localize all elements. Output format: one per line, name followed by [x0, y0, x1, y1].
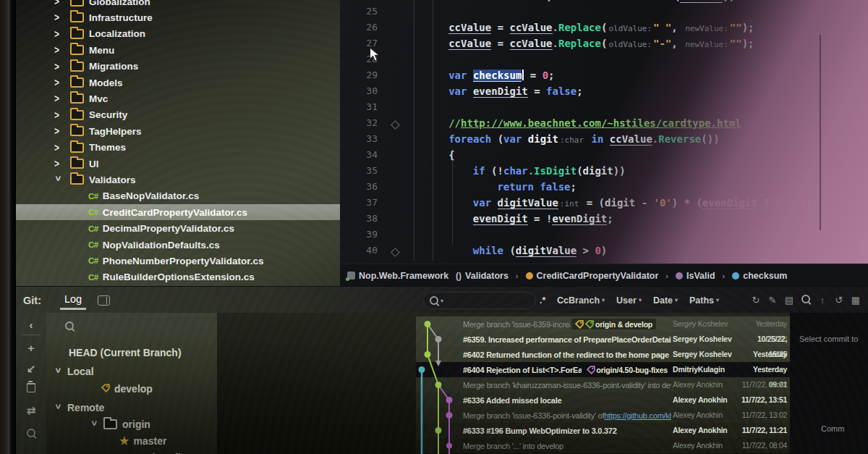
log-row[interactable]: #6359. Increased performance of PrepareP… [416, 332, 790, 347]
tree-row[interactable]: >Menu [16, 42, 340, 58]
chevron-right-icon[interactable]: > [54, 125, 61, 137]
breadcrumb-item[interactable]: IsValid [676, 271, 715, 281]
tree-row[interactable]: >Mvc [16, 91, 340, 106]
tree-row[interactable]: >Migrations [16, 59, 340, 75]
code-line[interactable]: 37var digitValue:int = (digit - '0') * (… [340, 197, 868, 213]
tree-row[interactable]: >Themes [16, 140, 340, 156]
tree-row[interactable]: C#DecimalPropertyValidator.cs [16, 221, 340, 237]
chevron-right-icon[interactable]: > [54, 44, 61, 56]
branch-row[interactable]: ★master [46, 433, 217, 449]
tree-row[interactable]: C#PhoneNumberPropertyValidator.cs [16, 253, 340, 269]
breadcrumb-item[interactable]: CreditCardPropertyValidator [526, 271, 659, 281]
filter-date[interactable]: Date▾ [653, 295, 678, 306]
branch-row[interactable]: >Local [46, 363, 217, 379]
log-row[interactable]: #6336 Added missed localeAlexey Anokhin1… [416, 392, 790, 408]
search-icon[interactable] [800, 295, 812, 306]
tree-row[interactable]: >Localization [16, 26, 340, 42]
branch-search-icon[interactable] [65, 321, 74, 330]
filter-user[interactable]: User▾ [616, 295, 642, 306]
tree-row[interactable]: >Models [16, 75, 340, 91]
chevron-right-icon[interactable]: > [54, 61, 61, 72]
collapse-branches-icon[interactable]: ⇄ [16, 404, 46, 417]
code-line[interactable]: 31 [340, 101, 868, 117]
tab-log[interactable]: Log [60, 293, 86, 307]
chevron-right-icon[interactable]: > [54, 93, 61, 104]
chevron-right-icon[interactable]: > [54, 12, 61, 23]
filter-branch[interactable]: Branch▾ [569, 295, 605, 306]
chevron-down-icon[interactable]: > [53, 404, 63, 411]
code-line[interactable]: 35if (!char.IsDigit(digit)) [340, 165, 868, 181]
branch-row[interactable]: >Remote [46, 400, 217, 416]
code-line[interactable]: 29var checksum = 0; [340, 70, 868, 85]
code-text: while (digitValue > 0) [473, 245, 607, 256]
commit-link[interactable]: https://github.com/khairuzzaman/ [604, 411, 671, 420]
chevron-down-icon[interactable]: > [53, 368, 63, 375]
chevron-down-icon[interactable]: > [89, 421, 99, 428]
code-line[interactable]: 33foreach (var digit:char in ccValue.Rev… [340, 133, 868, 149]
tree-row[interactable]: >Security [16, 107, 340, 123]
tree-row[interactable]: C#RuleBuilderOptionsExtension.cs [16, 269, 340, 285]
branch-row[interactable]: ⇅4.30-bug-fixes [46, 450, 217, 454]
chevron-right-icon[interactable]: > [54, 158, 61, 169]
code-line[interactable]: 38evenDigit = !evenDigit; [340, 213, 868, 229]
code-line[interactable]: 32//http://www.beachnet.com/~hstiles/car… [340, 117, 868, 133]
code-editor[interactable]: return false;(ccValue))2526ccValue = ccV… [340, 0, 868, 264]
breadcrumb-item[interactable]: ()Validators [456, 271, 509, 281]
tree-row[interactable]: >Validators [16, 172, 340, 188]
chevron-right-icon[interactable]: > [54, 77, 61, 88]
branch-row[interactable]: develop [46, 381, 217, 397]
code-line[interactable]: 34{ [340, 149, 868, 165]
code-line[interactable]: 39 [340, 229, 868, 245]
code-line[interactable]: 25 [340, 6, 868, 22]
find-icon[interactable] [16, 427, 46, 440]
tree-row[interactable]: >TagHelpers [16, 123, 340, 139]
log-search-input[interactable]: ▾ [423, 292, 536, 309]
chevron-right-icon[interactable]: > [54, 142, 61, 154]
collapse-all-icon[interactable]: ▤ [783, 295, 795, 306]
code-line[interactable]: 36return false; [340, 181, 868, 197]
log-row[interactable]: Merge branch '...' into developAlexey An… [416, 438, 790, 453]
code-line[interactable]: 28 [340, 54, 868, 70]
rollback-icon[interactable]: ↺ [833, 295, 845, 306]
navigate-up-icon[interactable]: ↑ [817, 295, 828, 306]
paintbrush-icon[interactable]: ✎ [767, 295, 778, 306]
tree-row[interactable]: >Globalization [16, 0, 340, 9]
commit-date: 11/7/22, 13:51 [739, 392, 787, 408]
log-row[interactable]: #6333 #196 Bump WebOptimizer to 3.0.372A… [416, 423, 790, 438]
branch-row[interactable]: HEAD (Current Branch) [46, 345, 217, 361]
log-row[interactable]: #6404 Rejection of List<T>.ForEach due t… [416, 362, 790, 377]
filter-paths[interactable]: Paths▾ [689, 295, 719, 306]
code-line[interactable]: 27ccValue = ccValue.Replace(oldValue:"-"… [340, 38, 868, 54]
tree-row[interactable]: C#BaseNopValidator.cs [16, 188, 340, 204]
line-number: 30 [340, 85, 378, 96]
chevron-right-icon[interactable]: > [54, 0, 61, 7]
log-row[interactable]: #6402 Returned function of the redirect … [416, 347, 790, 362]
pull-icon[interactable]: ↙ [16, 362, 46, 375]
refresh-icon[interactable]: ↻ [750, 295, 762, 306]
breadcrumb-item[interactable]: Nop.Web.Framework [347, 271, 448, 281]
tree-row[interactable]: C#CreditCardPropertyValidator.cs [16, 204, 340, 220]
chevron-down-icon[interactable]: > [53, 176, 63, 183]
tree-row[interactable]: >Infrastructure [16, 9, 340, 25]
delete-icon[interactable] [16, 382, 46, 395]
details-pane-icon[interactable] [98, 295, 110, 306]
collapse-panel-icon[interactable]: ‹ [16, 319, 46, 331]
code-line[interactable]: 40while (digitValue > 0) [340, 245, 868, 261]
log-row[interactable]: Merge branch 'issue-6359-increase-perfor… [416, 316, 790, 332]
branch-row[interactable]: >origin [46, 416, 217, 432]
tree-row[interactable]: >UI [16, 156, 340, 172]
chevron-right-icon[interactable]: > [54, 109, 61, 121]
breadcrumb-item[interactable]: checksum [732, 271, 787, 281]
details-view-icon[interactable]: ▦ [850, 295, 861, 306]
chevron-right-icon[interactable]: > [54, 28, 61, 40]
code-line[interactable]: 26ccValue = ccValue.Replace(oldValue:" "… [340, 22, 868, 38]
log-row[interactable]: Merge branch 'khairuzzaman-issue-6336-po… [416, 377, 790, 392]
chevron-down-icon: ▾ [716, 297, 719, 303]
regex-toggle[interactable]: .* [540, 295, 545, 306]
line-number: 27 [340, 38, 378, 49]
add-icon[interactable]: + [16, 342, 46, 354]
tree-row[interactable]: C#NopValidationDefaults.cs [16, 237, 340, 253]
log-row[interactable]: Merge branch 'issue-6336-point-validity'… [416, 408, 790, 423]
code-line[interactable]: 30var evenDigit = false; [340, 85, 868, 101]
code-token [603, 133, 609, 145]
